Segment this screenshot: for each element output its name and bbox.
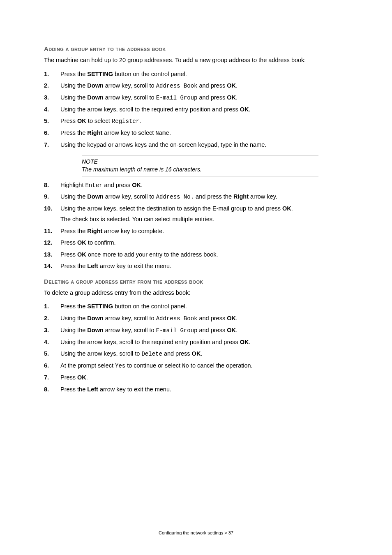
- step-content: Using the arrow keys, select the destina…: [60, 205, 365, 223]
- list-item: 1. Press the SETTING button on the contr…: [44, 303, 365, 311]
- step-content: Press OK to confirm.: [60, 239, 365, 247]
- section1-heading: Adding a group entry to the address book: [44, 45, 365, 52]
- list-item: 4. Using the arrow keys, scroll to the r…: [44, 338, 365, 347]
- list-item: 7. Using the keypad or arrows keys and t…: [44, 141, 365, 149]
- step-number: 3.: [44, 94, 60, 102]
- step-number: 13.: [44, 251, 60, 259]
- note-label: NOTE: [82, 158, 318, 166]
- note-block: NOTE The maximum length of name is 16 ch…: [82, 155, 318, 176]
- section2-intro: To delete a group address entry from the…: [44, 289, 365, 297]
- list-item: 6. At the prompt select Yes to continue …: [44, 362, 365, 370]
- step-number: 5.: [44, 117, 60, 125]
- list-item: 3. Using the Down arrow key, scroll to E…: [44, 94, 365, 102]
- step-number: 6.: [44, 362, 60, 370]
- list-item: 5. Using the arrow keys, scroll to Delet…: [44, 350, 365, 358]
- list-item: 6. Press the Right arrow key to select N…: [44, 129, 365, 137]
- list-item: 2. Using the Down arrow key, scroll to A…: [44, 314, 365, 323]
- step-number: 6.: [44, 129, 60, 137]
- step-number: 2.: [44, 82, 60, 90]
- step-number: 11.: [44, 227, 60, 236]
- step-content: Press the Right arrow key to complete.: [60, 227, 365, 236]
- list-item: 2. Using the Down arrow key, scroll to A…: [44, 82, 365, 90]
- step-content: Press the SETTING button on the control …: [60, 70, 365, 79]
- list-item: 14. Press the Left arrow key to exit the…: [44, 262, 365, 271]
- step-content: Using the Down arrow key, scroll to Addr…: [60, 314, 365, 323]
- note-text: The maximum length of name is 16 charact…: [82, 166, 202, 173]
- list-item: 1. Press the SETTING button on the contr…: [44, 70, 365, 79]
- step-content: Using the arrow keys, scroll to the requ…: [60, 106, 365, 114]
- step-number: 4.: [44, 106, 60, 114]
- step-content: Using the Down arrow key, scroll to Addr…: [60, 82, 365, 90]
- step-number: 5.: [44, 350, 60, 358]
- section1-intro: The machine can hold up to 20 group addr…: [44, 56, 365, 65]
- section2-heading: Deleting a group address entry from the …: [44, 278, 365, 285]
- step-content: Press the Left arrow key to exit the men…: [60, 262, 365, 271]
- step-content: Highlight Enter and press OK.: [60, 181, 365, 190]
- step-content: Press the SETTING button on the control …: [60, 303, 365, 311]
- page-footer: Configuring the network settings > 37: [0, 530, 392, 535]
- section1-steps-part2: 8. Highlight Enter and press OK. 9. Usin…: [44, 181, 365, 271]
- step-content: Using the Down arrow key, scroll to Addr…: [60, 193, 365, 201]
- step-number: 14.: [44, 262, 60, 271]
- list-item: 5. Press OK to select Register.: [44, 117, 365, 125]
- step-number: 9.: [44, 193, 60, 201]
- list-item: 12. Press OK to confirm.: [44, 239, 365, 247]
- list-item: 8. Highlight Enter and press OK.: [44, 181, 365, 190]
- list-item: 9. Using the Down arrow key, scroll to A…: [44, 193, 365, 201]
- step-number: 4.: [44, 338, 60, 347]
- list-item: 3. Using the Down arrow key, scroll to E…: [44, 326, 365, 335]
- step-number: 7.: [44, 374, 60, 382]
- step-number: 1.: [44, 70, 60, 79]
- step-content: Press OK once more to add your entry to …: [60, 251, 365, 259]
- step-content: At the prompt select Yes to continue or …: [60, 362, 365, 370]
- step-content: Press OK to select Register.: [60, 117, 365, 125]
- list-item: 13. Press OK once more to add your entry…: [44, 251, 365, 259]
- step-number: 1.: [44, 303, 60, 311]
- list-item: 4. Using the arrow keys, scroll to the r…: [44, 106, 365, 114]
- section1-steps-part1: 1. Press the SETTING button on the contr…: [44, 70, 365, 149]
- step-number: 12.: [44, 239, 60, 247]
- section2-steps: 1. Press the SETTING button on the contr…: [44, 303, 365, 393]
- step-number: 3.: [44, 326, 60, 335]
- step-number: 10.: [44, 205, 60, 223]
- page: Adding a group entry to the address book…: [0, 0, 392, 555]
- step-number: 8.: [44, 386, 60, 394]
- step-content: Press OK.: [60, 374, 365, 382]
- list-item: 7. Press OK.: [44, 374, 365, 382]
- step-content: Using the arrow keys, scroll to Delete a…: [60, 350, 365, 358]
- step-content: Using the Down arrow key, scroll to E-ma…: [60, 94, 365, 102]
- list-item: 8. Press the Left arrow key to exit the …: [44, 386, 365, 394]
- list-item: 10. Using the arrow keys, select the des…: [44, 205, 365, 223]
- step-content: Using the keypad or arrows keys and the …: [60, 141, 365, 149]
- step-content: Press the Left arrow key to exit the men…: [60, 386, 365, 394]
- step-number: 7.: [44, 141, 60, 149]
- step-content: Using the arrow keys, scroll to the requ…: [60, 338, 365, 347]
- step-number: 8.: [44, 181, 60, 190]
- step-content: Press the Right arrow key to select Name…: [60, 129, 365, 137]
- step-content: Using the Down arrow key, scroll to E-ma…: [60, 326, 365, 335]
- step-number: 2.: [44, 314, 60, 323]
- list-item: 11. Press the Right arrow key to complet…: [44, 227, 365, 236]
